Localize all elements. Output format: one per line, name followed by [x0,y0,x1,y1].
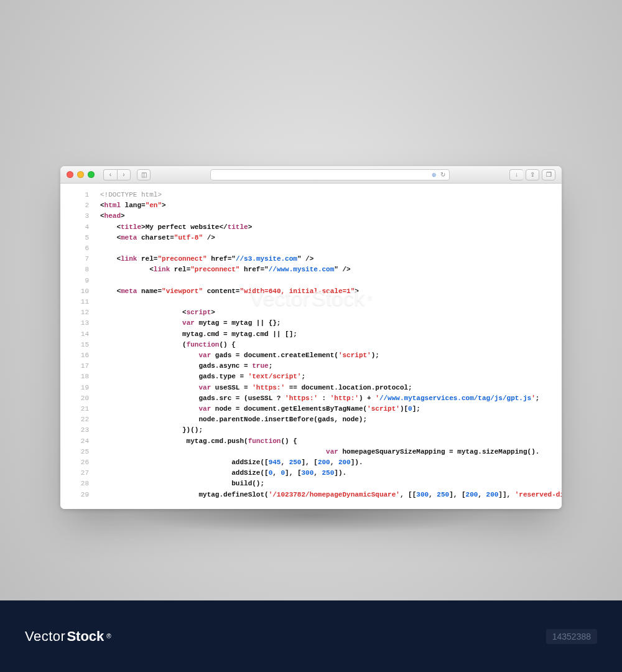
code-line[interactable]: 21 var node = document.getElementsByTagN… [73,404,549,414]
code-content[interactable] [100,297,549,307]
code-line[interactable]: 17 gads.async = true; [73,361,549,371]
code-content[interactable]: gads.type = 'text/script'; [100,371,549,382]
code-line[interactable]: 28 build(); [73,478,549,489]
code-line[interactable]: 13 var mytag = mytag || {}; [73,318,549,329]
code-content[interactable]: <html lang="en"> [100,200,549,211]
back-button[interactable]: ‹ [103,169,117,180]
code-line[interactable]: 19 var useSSL = 'https:' == document.loc… [73,383,549,393]
line-number: 24 [73,436,89,447]
code-line[interactable]: 15 (function() { [73,340,549,350]
code-content[interactable]: <meta name="viewport" content="width=640… [100,286,549,297]
code-content[interactable]: addSize([0, 0], [300, 250]). [100,468,549,478]
code-line[interactable]: 20 gads.src = (useSSL ? 'https:' : 'http… [73,393,549,404]
line-number: 22 [73,414,89,425]
line-number: 11 [73,297,89,307]
address-bar[interactable]: ⊕ ↻ [210,169,450,180]
code-editor[interactable]: 1<!DOCTYPE html>2<html lang="en">3<head>… [60,184,562,509]
line-number: 12 [73,307,89,318]
code-line[interactable]: 6 [73,243,549,254]
line-number: 2 [73,200,89,211]
forward-button[interactable]: › [117,169,131,180]
chevron-left-icon: ‹ [109,171,111,178]
code-line[interactable]: 26 addSize([945, 250], [200, 200]). [73,457,549,468]
sidebar-button[interactable]: ◫ [137,169,151,180]
reload-icon[interactable]: ↻ [440,171,445,178]
code-line[interactable]: 22 node.parentNode.insertBefore(gads, no… [73,414,549,425]
footer-registered: ® [106,633,111,640]
code-content[interactable]: <title>My perfect website</title> [100,222,549,233]
line-number: 21 [73,404,89,414]
line-number: 28 [73,478,89,489]
code-line[interactable]: 18 gads.type = 'text/script'; [73,371,549,382]
line-number: 26 [73,457,89,468]
tabs-icon: ❐ [546,171,552,178]
code-content[interactable]: var node = document.getElementsByTagName… [100,404,549,414]
close-button[interactable] [67,171,73,178]
line-number: 1 [73,190,89,200]
code-content[interactable] [100,243,549,254]
share-icon: ⇪ [530,171,535,178]
code-content[interactable]: var mytag = mytag || {}; [100,318,549,329]
image-id: 14352388 [546,629,597,644]
code-line[interactable]: 11 [73,297,549,307]
code-content[interactable]: mytag.cmd = mytag.cmd || []; [100,329,549,340]
line-number: 27 [73,468,89,478]
code-line[interactable]: 24 mytag.cmd.push(function() { [73,436,549,447]
code-line[interactable]: 23 })(); [73,425,549,436]
code-line[interactable]: 27 addSize([0, 0], [300, 250]). [73,468,549,478]
code-line[interactable]: 8 <link rel="preconnect" href="//www.mys… [73,264,549,275]
code-line[interactable]: 7 <link rel="preconnect" href="//s3.mysi… [73,254,549,264]
sidebar-icon: ◫ [141,171,147,178]
code-content[interactable]: <script> [100,307,549,318]
reader-icon: ⊕ [432,172,437,178]
code-content[interactable]: <head> [100,211,549,222]
code-content[interactable]: build(); [100,478,549,489]
download-icon: ↓ [515,171,518,178]
browser-window: ‹ › ◫ ⊕ ↻ ↓ ⇪ ❐ 1<!DOCTYPE html>2<html l… [60,166,562,509]
code-line[interactable]: 9 [73,276,549,286]
code-content[interactable]: })(); [100,425,549,436]
line-number: 16 [73,350,89,361]
code-content[interactable]: mytag.defineSlot('/1023782/homepageDynam… [100,490,562,500]
line-number: 25 [73,447,89,457]
share-button[interactable]: ⇪ [526,169,539,180]
line-number: 8 [73,264,89,275]
code-content[interactable]: addSize([945, 250], [200, 200]). [100,457,549,468]
code-line[interactable]: 4 <title>My perfect website</title> [73,222,549,233]
code-content[interactable]: <link rel="preconnect" href="//www.mysit… [100,264,549,275]
code-line[interactable]: 25 var homepageSquarySizeMapping = mytag… [73,447,549,457]
footer-bar: VectorStock® 14352388 [0,600,622,672]
code-line[interactable]: 29 mytag.defineSlot('/1023782/homepageDy… [73,490,549,500]
code-content[interactable]: gads.src = (useSSL ? 'https:' : 'http:')… [100,393,549,404]
code-content[interactable]: <meta charset="utf-8" /> [100,233,549,243]
code-content[interactable]: <link rel="preconnect" href="//s3.mysite… [100,254,549,264]
code-content[interactable]: var homepageSquarySizeMapping = mytag.si… [100,447,549,457]
code-line[interactable]: 2<html lang="en"> [73,200,549,211]
code-content[interactable]: <!DOCTYPE html> [100,190,549,200]
tabs-button[interactable]: ❐ [542,169,555,180]
zoom-button[interactable] [88,171,95,178]
code-content[interactable]: var gads = document.createElement('scrip… [100,350,549,361]
code-content[interactable]: var useSSL = 'https:' == document.locati… [100,383,549,393]
footer-brand-2: Stock [67,628,104,645]
code-content[interactable]: gads.async = true; [100,361,549,371]
code-line[interactable]: 14 mytag.cmd = mytag.cmd || []; [73,329,549,340]
code-line[interactable]: 1<!DOCTYPE html> [73,190,549,200]
code-content[interactable]: (function() { [100,340,549,350]
line-number: 18 [73,371,89,382]
downloads-button[interactable]: ↓ [509,169,523,180]
code-line[interactable]: 12 <script> [73,307,549,318]
code-line[interactable]: 3<head> [73,211,549,222]
line-number: 10 [73,286,89,297]
minimize-button[interactable] [77,171,84,178]
line-number: 17 [73,361,89,371]
line-number: 3 [73,211,89,222]
code-line[interactable]: 16 var gads = document.createElement('sc… [73,350,549,361]
code-line[interactable]: 5 <meta charset="utf-8" /> [73,233,549,243]
code-content[interactable]: mytag.cmd.push(function() { [100,436,549,447]
line-number: 14 [73,329,89,340]
code-content[interactable]: node.parentNode.insertBefore(gads, node)… [100,414,549,425]
code-line[interactable]: 10 <meta name="viewport" content="width=… [73,286,549,297]
code-content[interactable] [100,276,549,286]
line-number: 19 [73,383,89,393]
